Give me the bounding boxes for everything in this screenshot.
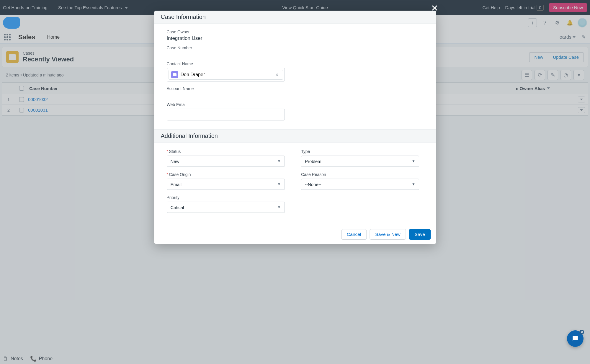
contact-icon: [171, 71, 178, 78]
cancel-button[interactable]: Cancel: [341, 229, 367, 240]
save-and-new-button[interactable]: Save & New: [370, 229, 406, 240]
chevron-down-icon: ▼: [412, 159, 415, 163]
modal-close-icon[interactable]: ✕: [431, 3, 589, 13]
contact-name-lookup[interactable]: Don Draper ×: [166, 68, 285, 81]
label-case-origin: Case Origin: [169, 172, 191, 177]
label-case-number: Case Number: [166, 45, 424, 50]
section-additional-information: Additional Information: [154, 129, 436, 143]
label-case-owner: Case Owner: [166, 30, 424, 34]
section-case-information: Case Information: [154, 11, 436, 24]
case-origin-picklist[interactable]: Email ▼: [166, 179, 285, 190]
chevron-down-icon: ▼: [412, 182, 415, 186]
save-button[interactable]: Save: [409, 229, 431, 240]
contact-name-value: Don Draper: [180, 72, 205, 77]
priority-picklist[interactable]: Critical ▼: [166, 202, 285, 213]
type-picklist[interactable]: Problem ▼: [301, 156, 419, 167]
value-case-number: [166, 51, 424, 57]
chat-fab-close-icon[interactable]: ✕: [579, 330, 584, 334]
chevron-down-icon: ▼: [277, 205, 281, 209]
chevron-down-icon: ▼: [277, 159, 281, 163]
label-status: Status: [169, 149, 181, 154]
modal-footer: Cancel Save & New Save: [154, 225, 436, 244]
chevron-down-icon: ▼: [277, 182, 281, 186]
status-picklist[interactable]: New ▼: [166, 156, 285, 167]
value-case-owner: Integration User: [166, 35, 424, 41]
chat-fab[interactable]: ✕: [567, 330, 584, 347]
label-priority: Priority: [166, 195, 289, 200]
new-case-modal: Case Information Case Owner Integration …: [154, 11, 436, 244]
label-account-name: Account Name: [166, 86, 424, 91]
label-web-email: Web Email: [166, 102, 424, 107]
web-email-input[interactable]: [166, 109, 285, 120]
label-case-reason: Case Reason: [301, 172, 424, 177]
value-account-name: [166, 92, 424, 98]
remove-contact-icon[interactable]: ×: [273, 72, 280, 78]
label-contact-name: Contact Name: [166, 61, 424, 66]
label-type: Type: [301, 149, 424, 154]
case-reason-picklist[interactable]: --None-- ▼: [301, 179, 419, 190]
